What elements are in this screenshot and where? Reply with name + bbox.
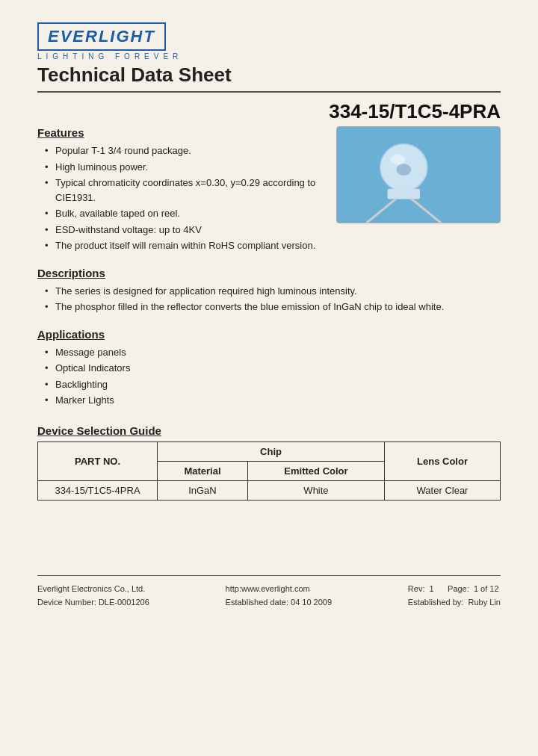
led-image — [336, 126, 501, 223]
list-item: The phosphor filled in the reflector con… — [45, 300, 501, 315]
svg-rect-3 — [388, 189, 420, 199]
emitted-color-header: Emitted Color — [247, 461, 384, 480]
chip-header: Chip — [158, 441, 385, 461]
lens-color-header: Lens Color — [385, 441, 501, 480]
footer-website: http:www.everlight.com — [226, 582, 333, 596]
list-item: Bulk, available taped on reel. — [45, 206, 321, 221]
page: EVERLIGHT LIGHTING FOREVER Technical Dat… — [0, 0, 538, 756]
header: EVERLIGHT LIGHTING FOREVER Technical Dat… — [37, 22, 501, 87]
doc-title: Technical Data Sheet — [37, 63, 501, 87]
logo-text: EVERLIGHT — [48, 27, 155, 46]
part-no-cell: 334-15/T1C5-4PRA — [38, 480, 158, 500]
led-diagram — [337, 127, 500, 223]
footer-rev: Rev: 1 Page: 1 of 12 — [408, 582, 501, 596]
table-row: 334-15/T1C5-4PRA InGaN White Water Clear — [38, 480, 501, 500]
footer-device-number: Device Number: DLE-0001206 — [37, 595, 149, 610]
list-item: The product itself will remain within Ro… — [45, 238, 321, 253]
selection-table: PART NO. Chip Lens Color Material Emitte… — [37, 441, 501, 501]
list-item: High luminous power. — [45, 160, 321, 175]
logo-box: EVERLIGHT — [37, 22, 166, 51]
list-item: Message panels — [45, 345, 501, 360]
material-cell: InGaN — [158, 480, 248, 500]
header-divider — [37, 91, 501, 93]
table-header-row-1: PART NO. Chip Lens Color — [38, 441, 501, 461]
features-row: Features Popular T-1 3/4 round package. … — [37, 126, 501, 255]
device-selection-section: Device Selection Guide PART NO. Chip Len… — [37, 424, 501, 501]
footer-established-date: Established date: 04 10 2009 — [226, 595, 333, 610]
emitted-color-cell: White — [247, 480, 384, 500]
footer-established-by: Established by: Ruby Lin — [408, 595, 501, 610]
footer-col-3: Rev: 1 Page: 1 of 12 Established by: Rub… — [408, 582, 501, 610]
applications-title: Applications — [37, 328, 501, 341]
device-selection-title: Device Selection Guide — [37, 424, 501, 437]
footer-company: Everlight Electronics Co., Ltd. — [37, 582, 149, 596]
applications-section: Applications Message panels Optical Indi… — [37, 328, 501, 408]
list-item: Popular T-1 3/4 round package. — [45, 143, 321, 158]
svg-point-8 — [391, 154, 406, 164]
footer-col-2: http:www.everlight.com Established date:… — [226, 582, 333, 610]
footer-col-1: Everlight Electronics Co., Ltd. Device N… — [37, 582, 149, 610]
applications-list: Message panels Optical Indicators Backli… — [37, 345, 501, 408]
footer-divider — [37, 575, 501, 576]
list-item: Marker Lights — [45, 393, 501, 408]
list-item: ESD-withstand voltage: up to 4KV — [45, 223, 321, 238]
descriptions-list: The series is designed for application r… — [37, 284, 501, 315]
list-item: The series is designed for application r… — [45, 284, 501, 299]
part-number-header: 334-15/T1C5-4PRA — [329, 100, 501, 123]
features-title: Features — [37, 126, 321, 139]
lens-color-cell: Water Clear — [385, 480, 501, 500]
descriptions-title: Descriptions — [37, 267, 501, 279]
features-section: Features Popular T-1 3/4 round package. … — [37, 126, 321, 255]
material-header: Material — [158, 461, 248, 480]
list-item: Backlighting — [45, 377, 501, 392]
features-list: Popular T-1 3/4 round package. High lumi… — [37, 143, 321, 253]
svg-point-9 — [396, 164, 411, 176]
descriptions-section: Descriptions The series is designed for … — [37, 267, 501, 315]
list-item: Typical chromaticity coordinates x=0.30,… — [45, 176, 321, 205]
tagline: LIGHTING FOREVER — [37, 52, 501, 61]
footer: Everlight Electronics Co., Ltd. Device N… — [37, 582, 501, 610]
list-item: Optical Indicators — [45, 361, 501, 376]
part-no-header: PART NO. — [38, 441, 158, 480]
